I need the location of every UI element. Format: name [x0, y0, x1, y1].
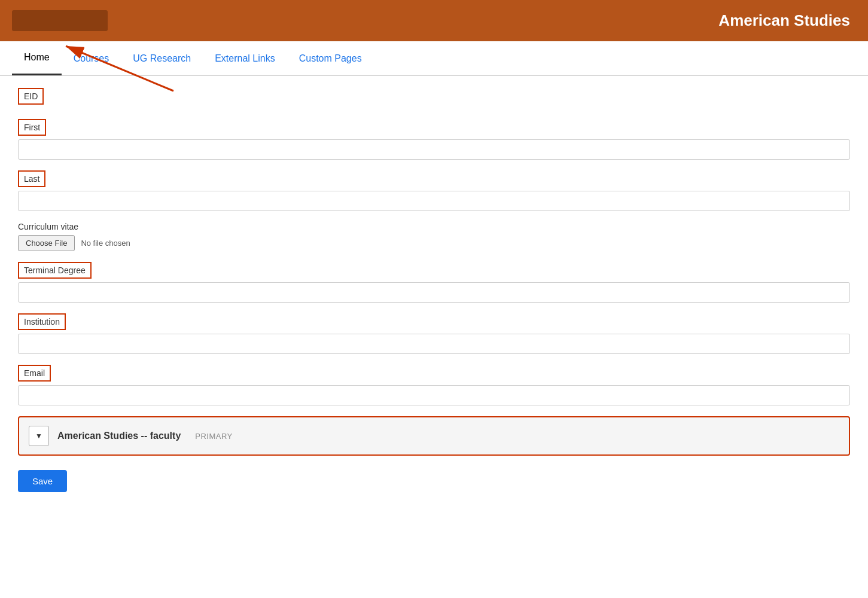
no-file-text: No file chosen — [81, 239, 130, 248]
choose-file-button[interactable]: Choose File — [18, 235, 75, 251]
tab-custom-pages[interactable]: Custom Pages — [287, 42, 374, 75]
first-input[interactable] — [18, 139, 850, 160]
institution-field-group: Institution — [18, 313, 850, 354]
cv-label: Curriculum vitae — [18, 222, 850, 231]
last-field-group: Last — [18, 170, 850, 211]
last-input[interactable] — [18, 191, 850, 211]
page-header: American Studies — [0, 0, 868, 41]
terminal-degree-label: Terminal Degree — [18, 262, 92, 279]
nav-tabs: Home Courses UG Research External Links … — [0, 41, 868, 76]
first-field-group: First — [18, 119, 850, 160]
terminal-degree-field-group: Terminal Degree — [18, 262, 850, 303]
tab-home[interactable]: Home — [12, 41, 62, 75]
email-input[interactable] — [18, 385, 850, 405]
terminal-degree-input[interactable] — [18, 282, 850, 303]
eid-label: EID — [18, 88, 44, 105]
last-label: Last — [18, 170, 45, 187]
email-label: Email — [18, 365, 51, 382]
faculty-dropdown-row: ▼ American Studies -- faculty PRIMARY — [18, 416, 850, 456]
email-field-group: Email — [18, 365, 850, 405]
form-area: EID First Last Curriculum vitae Choose F… — [0, 76, 868, 516]
institution-label: Institution — [18, 313, 66, 330]
header-logo — [12, 10, 108, 31]
eid-field-group: EID — [18, 88, 850, 108]
primary-badge: PRIMARY — [195, 432, 233, 441]
tab-external-links[interactable]: External Links — [203, 42, 287, 75]
cv-row: Choose File No file chosen — [18, 235, 850, 251]
tab-ug-research[interactable]: UG Research — [121, 42, 203, 75]
page-title: American Studies — [718, 11, 850, 30]
tab-courses[interactable]: Courses — [62, 42, 121, 75]
cv-field-group: Curriculum vitae Choose File No file cho… — [18, 222, 850, 251]
faculty-name: American Studies -- faculty — [57, 431, 181, 441]
institution-input[interactable] — [18, 334, 850, 354]
save-button[interactable]: Save — [18, 470, 67, 492]
first-label: First — [18, 119, 46, 136]
faculty-dropdown-button[interactable]: ▼ — [29, 426, 49, 446]
